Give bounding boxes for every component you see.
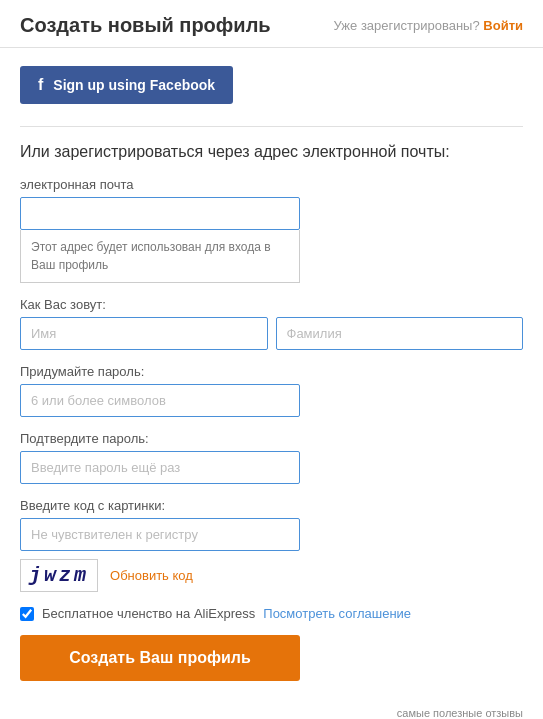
create-profile-button[interactable]: Создать Ваш профиль	[20, 635, 300, 681]
facebook-button-label: Sign up using Facebook	[53, 77, 215, 93]
otzyv-tagline-area: самые полезные отзывы ✦ Otzyv .pro	[397, 707, 523, 719]
aliexpress-checkbox[interactable]	[20, 607, 34, 621]
tagline-text: самые полезные отзывы	[397, 707, 523, 719]
captcha-row: jwzm Обновить код	[20, 559, 523, 592]
header-login-area: Уже зарегистрированы? Войти	[334, 18, 523, 33]
agreement-link[interactable]: Посмотреть соглашение	[263, 606, 411, 621]
email-input[interactable]	[20, 197, 300, 230]
captcha-group: Введите код с картинки: jwzm Обновить ко…	[20, 498, 523, 592]
page-title: Создать новый профиль	[20, 14, 271, 37]
first-name-input[interactable]	[20, 317, 268, 350]
name-group: Как Вас зовут:	[20, 297, 523, 350]
captcha-text: jwzm	[29, 564, 89, 587]
captcha-image: jwzm	[20, 559, 98, 592]
bottom-section: самые полезные отзывы ✦ Otzyv .pro	[0, 697, 543, 719]
email-group: электронная почта Этот адрес будет испол…	[20, 177, 523, 283]
email-hint: Этот адрес будет использован для входа в…	[20, 230, 300, 283]
page-container: Создать новый профиль Уже зарегистрирова…	[0, 0, 543, 719]
password-label: Придумайте пароль:	[20, 364, 523, 379]
content-area: f Sign up using Facebook Или зарегистрир…	[0, 48, 543, 697]
email-label: электронная почта	[20, 177, 523, 192]
facebook-icon: f	[38, 76, 43, 94]
otzyv-logo-area: самые полезные отзывы ✦ Otzyv .pro	[397, 707, 523, 719]
confirm-password-label: Подтвердите пароль:	[20, 431, 523, 446]
password-input[interactable]	[20, 384, 300, 417]
facebook-signup-button[interactable]: f Sign up using Facebook	[20, 66, 233, 104]
name-label: Как Вас зовут:	[20, 297, 523, 312]
password-group: Придумайте пароль:	[20, 364, 523, 417]
section-title: Или зарегистрироваться через адрес элект…	[20, 143, 523, 161]
confirm-password-group: Подтвердите пароль:	[20, 431, 523, 484]
checkbox-text: Бесплатное членство на AliExpress	[42, 606, 255, 621]
name-row	[20, 317, 523, 350]
divider	[20, 126, 523, 127]
last-name-input[interactable]	[276, 317, 524, 350]
confirm-password-input[interactable]	[20, 451, 300, 484]
refresh-captcha-link[interactable]: Обновить код	[110, 568, 193, 583]
captcha-input[interactable]	[20, 518, 300, 551]
captcha-label: Введите код с картинки:	[20, 498, 523, 513]
login-link[interactable]: Войти	[483, 18, 523, 33]
checkbox-row: Бесплатное членство на AliExpress Посмот…	[20, 606, 523, 621]
already-registered-text: Уже зарегистрированы?	[334, 18, 480, 33]
header: Создать новый профиль Уже зарегистрирова…	[0, 0, 543, 48]
